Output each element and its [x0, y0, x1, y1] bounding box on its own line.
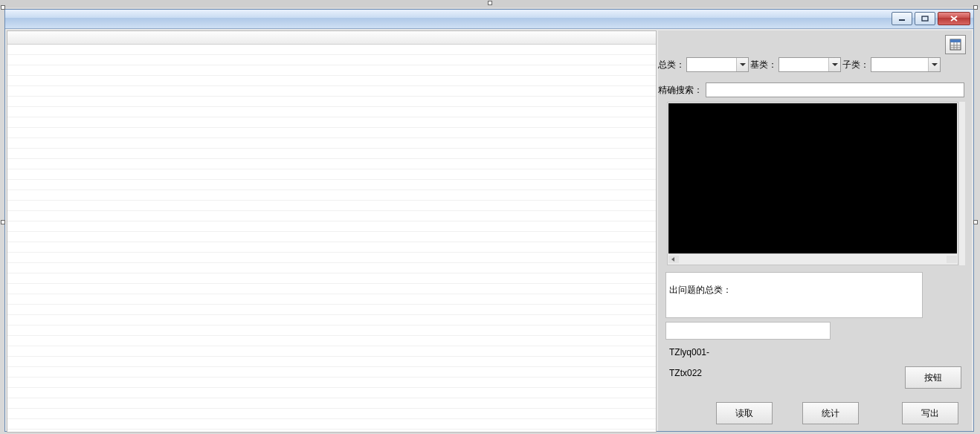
- right-panel: 总类： 基类： 子类： 精确搜索： 出问题的总类：: [658, 30, 972, 431]
- list-row[interactable]: [7, 242, 656, 253]
- main-category-label: 总类：: [658, 59, 685, 71]
- list-row[interactable]: [7, 419, 656, 430]
- close-button[interactable]: [938, 12, 970, 25]
- list-row[interactable]: [7, 409, 656, 419]
- svg-rect-1: [922, 16, 928, 21]
- close-icon: [950, 16, 958, 22]
- list-row[interactable]: [7, 55, 656, 65]
- read-button[interactable]: 读取: [716, 402, 773, 424]
- preview-panel[interactable]: [667, 102, 958, 265]
- main-category-combo[interactable]: [686, 57, 749, 72]
- list-row[interactable]: [7, 117, 656, 128]
- list-row[interactable]: [7, 149, 656, 159]
- filter-row: 总类： 基类： 子类：: [658, 57, 964, 72]
- minimize-icon: [898, 16, 906, 22]
- listview-header[interactable]: [7, 31, 656, 45]
- base-category-combo[interactable]: [778, 57, 841, 72]
- list-row[interactable]: [7, 263, 656, 273]
- minimize-button[interactable]: [892, 12, 912, 25]
- list-row[interactable]: [7, 346, 656, 357]
- list-row[interactable]: [7, 159, 656, 169]
- chevron-down-icon: [828, 58, 840, 71]
- preview-content: [668, 103, 957, 253]
- chevron-down-icon: [736, 58, 748, 71]
- vertical-scrollbar[interactable]: [959, 102, 965, 265]
- base-category-label: 基类：: [750, 59, 777, 71]
- maximize-button[interactable]: [915, 12, 935, 25]
- list-row[interactable]: [7, 97, 656, 107]
- list-row[interactable]: [7, 211, 656, 221]
- list-row[interactable]: [7, 378, 656, 388]
- maximize-icon: [921, 16, 929, 22]
- stats-button[interactable]: 统计: [802, 402, 859, 424]
- list-row[interactable]: [7, 190, 656, 201]
- problems-textbox[interactable]: 出问题的总类： TZwy002- TZlyq001- TZtx022: [665, 272, 923, 318]
- titlebar[interactable]: [5, 10, 973, 29]
- list-row[interactable]: [7, 305, 656, 315]
- list-row[interactable]: [7, 326, 656, 336]
- designer-surface: 总类： 基类： 子类： 精确搜索： 出问题的总类：: [0, 0, 980, 434]
- list-row[interactable]: [7, 294, 656, 305]
- window-content: 总类： 基类： 子类： 精确搜索： 出问题的总类：: [5, 29, 973, 431]
- list-row[interactable]: [7, 86, 656, 97]
- sub-category-combo[interactable]: [871, 57, 941, 72]
- list-row[interactable]: [7, 128, 656, 138]
- list-row[interactable]: [7, 201, 656, 211]
- list-row[interactable]: [7, 388, 656, 398]
- search-label: 精确搜索：: [658, 84, 703, 97]
- left-listview[interactable]: [7, 30, 657, 433]
- extra-button[interactable]: 按钮: [905, 366, 961, 389]
- list-row[interactable]: [7, 232, 656, 242]
- list-row[interactable]: [7, 169, 656, 180]
- list-row[interactable]: [7, 45, 656, 55]
- chevron-down-icon: [928, 58, 940, 71]
- list-row[interactable]: [7, 253, 656, 263]
- designer-ruler: [0, 0, 980, 7]
- resize-handle-top[interactable]: [488, 1, 492, 5]
- small-textbox[interactable]: [665, 322, 831, 340]
- problems-label: 出问题的总类：: [669, 285, 919, 295]
- list-row[interactable]: [7, 336, 656, 346]
- list-row[interactable]: [7, 76, 656, 86]
- list-row[interactable]: [7, 273, 656, 284]
- problem-item: TZlyq001-: [669, 347, 919, 357]
- list-row[interactable]: [7, 221, 656, 232]
- list-row[interactable]: [7, 107, 656, 117]
- list-row[interactable]: [7, 367, 656, 378]
- listview-body[interactable]: [7, 45, 656, 432]
- grid-icon: [950, 39, 961, 51]
- search-input[interactable]: [706, 82, 964, 97]
- list-row[interactable]: [7, 398, 656, 409]
- svg-rect-5: [950, 39, 961, 42]
- problem-item: TZtx022: [669, 368, 919, 378]
- sub-category-label: 子类：: [842, 59, 869, 71]
- main-window: 总类： 基类： 子类： 精确搜索： 出问题的总类：: [4, 9, 974, 432]
- list-row[interactable]: [7, 180, 656, 190]
- list-row[interactable]: [7, 315, 656, 326]
- list-row[interactable]: [7, 284, 656, 294]
- toolbar-icon-button[interactable]: [945, 35, 966, 54]
- search-row: 精确搜索：: [658, 82, 964, 97]
- write-button[interactable]: 写出: [902, 402, 958, 424]
- list-row[interactable]: [7, 65, 656, 76]
- list-row[interactable]: [7, 357, 656, 367]
- horizontal-scrollbar[interactable]: [668, 253, 957, 264]
- list-row[interactable]: [7, 138, 656, 149]
